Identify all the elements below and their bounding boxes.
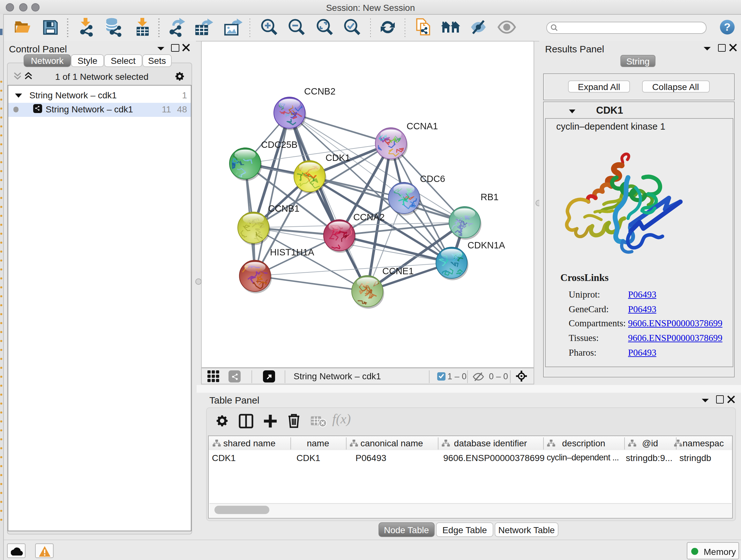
svg-text:HIST1H1A: HIST1H1A <box>270 247 314 257</box>
svg-text:CDC6: CDC6 <box>420 173 445 184</box>
svg-text:CDK1: CDK1 <box>326 152 350 163</box>
svg-text:CCNA2: CCNA2 <box>353 212 385 222</box>
svg-text:CDC25B: CDC25B <box>261 139 297 149</box>
svg-text:CCNE1: CCNE1 <box>382 266 414 276</box>
svg-text:RB1: RB1 <box>481 192 498 202</box>
svg-text:CCNA1: CCNA1 <box>407 121 438 131</box>
svg-text:CDKN1A: CDKN1A <box>468 240 505 250</box>
svg-text:CCNB1: CCNB1 <box>268 203 299 213</box>
svg-text:CCNB2: CCNB2 <box>304 86 335 96</box>
